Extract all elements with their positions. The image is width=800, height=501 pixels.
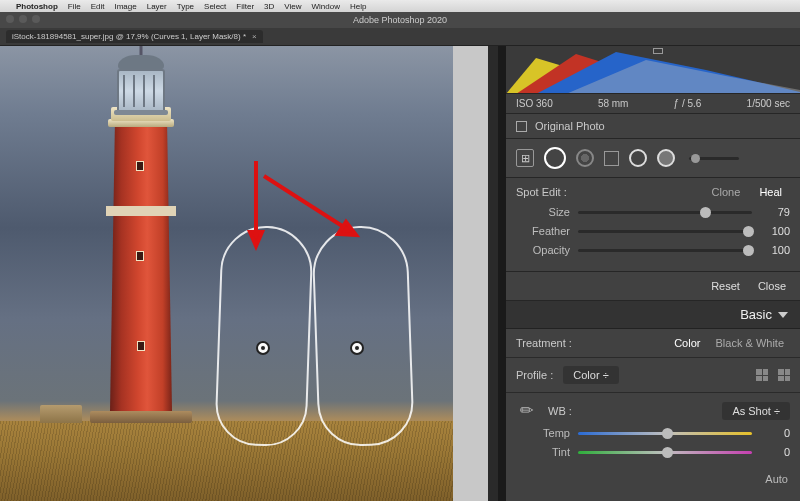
reset-button[interactable]: Reset [711, 280, 740, 292]
profile-row: Profile : Color ÷ [506, 358, 800, 393]
window-title: Adobe Photoshop 2020 [353, 15, 447, 25]
exif-focal: 58 mm [598, 98, 629, 109]
tab-close-icon[interactable]: × [252, 32, 257, 41]
spot-buttons: Reset Close [506, 272, 800, 301]
mac-menubar[interactable]: Photoshop File Edit Image Layer Type Sel… [0, 0, 800, 12]
window-minimize-icon[interactable] [19, 15, 27, 23]
tint-value: 0 [760, 446, 790, 458]
mask-size-mini-slider[interactable] [689, 157, 739, 160]
disclosure-triangle-icon[interactable] [778, 312, 788, 318]
mask-new-icon[interactable]: ⊞ [516, 149, 534, 167]
original-photo-label: Original Photo [535, 120, 605, 132]
temp-slider[interactable] [578, 432, 752, 435]
menu-edit[interactable]: Edit [91, 2, 105, 11]
wb-label: WB : [548, 405, 572, 417]
wb-select[interactable]: As Shot ÷ [722, 402, 790, 420]
lighthouse-band [106, 206, 176, 216]
mask-fill-icon[interactable] [657, 149, 675, 167]
menu-filter[interactable]: Filter [236, 2, 254, 11]
basic-header-label: Basic [740, 307, 772, 322]
opacity-slider[interactable] [578, 249, 752, 252]
lighthouse-window [136, 251, 144, 261]
document-tab-bar: iStock-181894581_super.jpg @ 17,9% (Curv… [0, 28, 800, 46]
heal-source-marker[interactable] [214, 224, 314, 447]
window-controls[interactable] [6, 15, 40, 23]
canvas-gray-margin [453, 46, 488, 501]
size-value: 79 [760, 206, 790, 218]
opacity-value: 100 [760, 244, 790, 256]
opacity-label: Opacity [516, 244, 570, 256]
size-slider[interactable] [578, 211, 752, 214]
panel-divider[interactable] [498, 46, 506, 501]
treatment-row: Treatment : Color Black & White [506, 329, 800, 358]
menu-file[interactable]: File [68, 2, 81, 11]
mask-rect-icon[interactable] [604, 151, 619, 166]
feather-value: 100 [760, 225, 790, 237]
menu-view[interactable]: View [284, 2, 301, 11]
photo-hut [40, 405, 82, 423]
document-tab[interactable]: iStock-181894581_super.jpg @ 17,9% (Curv… [6, 30, 263, 43]
mask-circle-icon[interactable] [629, 149, 647, 167]
lighthouse-cap [118, 55, 164, 69]
profile-label: Profile : [516, 369, 553, 381]
profile-list-icon[interactable] [778, 369, 790, 381]
exif-row: ISO 360 58 mm ƒ / 5.6 1/500 sec [506, 94, 800, 114]
exif-aperture: ƒ / 5.6 [674, 98, 702, 109]
lighthouse-lamp [117, 69, 165, 113]
mask-radial-icon[interactable] [576, 149, 594, 167]
heal-target-pin[interactable] [350, 341, 364, 355]
spot-mode-heal[interactable]: Heal [751, 184, 790, 200]
size-label: Size [516, 206, 570, 218]
exif-iso: ISO 360 [516, 98, 553, 109]
treatment-color[interactable]: Color [668, 335, 706, 351]
profile-grid-icon[interactable] [756, 369, 768, 381]
heal-target-marker[interactable] [311, 224, 415, 447]
lighthouse-window [136, 161, 144, 171]
window-titlebar: Adobe Photoshop 2020 [0, 12, 800, 28]
profile-select[interactable]: Color ÷ [563, 366, 618, 384]
lighthouse-window [137, 341, 145, 351]
menu-3d[interactable]: 3D [264, 2, 274, 11]
eyedropper-icon[interactable]: ✎ [513, 396, 542, 425]
exif-shutter: 1/500 sec [747, 98, 790, 109]
auto-button[interactable]: Auto [506, 473, 800, 489]
spot-edit-section: Spot Edit : Clone Heal Size 79 Feather 1… [506, 178, 800, 272]
document-canvas[interactable] [0, 46, 453, 501]
tint-label: Tint [516, 446, 570, 458]
treatment-bw[interactable]: Black & White [710, 335, 790, 351]
menu-type[interactable]: Type [177, 2, 194, 11]
temp-value: 0 [760, 427, 790, 439]
original-photo-toggle[interactable]: Original Photo [506, 114, 800, 139]
window-close-icon[interactable] [6, 15, 14, 23]
develop-panel: ISO 360 58 mm ƒ / 5.6 1/500 sec Original… [506, 46, 800, 501]
menu-help[interactable]: Help [350, 2, 366, 11]
menu-image[interactable]: Image [114, 2, 136, 11]
spot-mode-clone[interactable]: Clone [704, 184, 749, 200]
feather-label: Feather [516, 225, 570, 237]
spot-edit-title: Spot Edit : [516, 186, 567, 198]
histogram[interactable] [506, 46, 800, 94]
close-button[interactable]: Close [758, 280, 786, 292]
menu-layer[interactable]: Layer [147, 2, 167, 11]
feather-slider[interactable] [578, 230, 752, 233]
heal-source-pin[interactable] [256, 341, 270, 355]
temp-label: Temp [516, 427, 570, 439]
mask-brush-icon[interactable] [544, 147, 566, 169]
mask-tool-row: ⊞ [506, 139, 800, 178]
basic-panel-header[interactable]: Basic [506, 301, 800, 329]
tint-slider[interactable] [578, 451, 752, 454]
checkbox-icon[interactable] [516, 121, 527, 132]
window-zoom-icon[interactable] [32, 15, 40, 23]
white-balance-section: ✎ WB : As Shot ÷ Temp 0 Tint 0 [506, 393, 800, 473]
lighthouse-base [90, 411, 192, 423]
document-tab-label: iStock-181894581_super.jpg @ 17,9% (Curv… [12, 32, 246, 41]
menu-window[interactable]: Window [312, 2, 340, 11]
menu-select[interactable]: Select [204, 2, 226, 11]
menubar-app[interactable]: Photoshop [16, 2, 58, 11]
treatment-label: Treatment : [516, 337, 572, 349]
